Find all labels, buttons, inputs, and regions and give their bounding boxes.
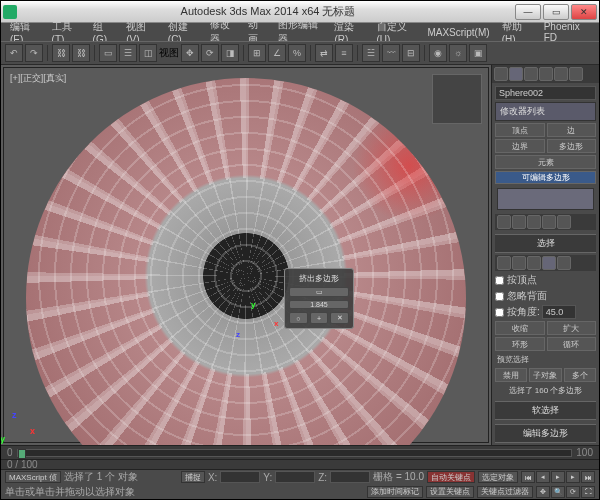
caddy-apply-button[interactable]: + <box>310 312 329 324</box>
align-button[interactable]: ≡ <box>335 44 353 62</box>
preview-multi-button[interactable]: 多个 <box>564 368 596 382</box>
y-coord-field[interactable] <box>275 471 315 483</box>
redo-button[interactable]: ↷ <box>25 44 43 62</box>
mode-border[interactable]: 边界 <box>495 139 545 153</box>
mode-polygon[interactable]: 多边形 <box>547 139 597 153</box>
tab-modify[interactable] <box>509 67 523 81</box>
keyfilter-button[interactable]: 关键点过滤器 <box>477 486 533 498</box>
trackbar[interactable]: 0 / 100 <box>1 459 599 469</box>
move-button[interactable]: ✥ <box>181 44 199 62</box>
modifier-list-dropdown[interactable]: 修改器列表 <box>495 102 596 121</box>
by-angle-checkbox[interactable]: 按角度: <box>495 305 540 319</box>
ignore-backfacing-checkbox[interactable]: 忽略背面 <box>495 289 596 303</box>
nav-pan-icon[interactable]: ✥ <box>536 486 550 498</box>
addtime-button[interactable]: 添加时间标记 <box>367 486 423 498</box>
mode-vertex[interactable]: 顶点 <box>495 123 545 137</box>
mirror-button[interactable]: ⇄ <box>315 44 333 62</box>
playback-controls: ⏮ ◂ ▸ ▸ ⏭ <box>521 471 595 483</box>
goto-end-button[interactable]: ⏭ <box>581 471 595 483</box>
soft-selection-rollout-header[interactable]: 软选择 <box>495 401 596 420</box>
autokey-button[interactable]: 自动关键点 <box>427 471 475 483</box>
object-name-field[interactable] <box>495 86 596 100</box>
stack-pin-icon[interactable] <box>497 215 511 229</box>
select-name-button[interactable]: ☰ <box>119 44 137 62</box>
maximize-button[interactable]: ▭ <box>543 4 569 20</box>
mode-edge[interactable]: 边 <box>547 123 597 137</box>
rotate-button[interactable]: ⟳ <box>201 44 219 62</box>
undo-button[interactable]: ↶ <box>5 44 23 62</box>
timeline-track[interactable] <box>17 449 573 457</box>
edit-polygons-rollout-header[interactable]: 编辑多边形 <box>495 424 596 443</box>
snap-button[interactable]: ⊞ <box>248 44 266 62</box>
material-editor-button[interactable]: ◉ <box>429 44 447 62</box>
subobj-element-icon[interactable] <box>557 256 571 270</box>
by-vertex-checkbox[interactable]: 按顶点 <box>495 273 596 287</box>
tab-create[interactable] <box>494 67 508 81</box>
select-button[interactable]: ▭ <box>99 44 117 62</box>
time-marker[interactable] <box>18 449 26 459</box>
preview-off-button[interactable]: 禁用 <box>495 368 527 382</box>
mode-element[interactable]: 元素 <box>495 155 596 169</box>
layers-button[interactable]: ☱ <box>362 44 380 62</box>
snap-toggle[interactable]: 捕捉 <box>181 471 205 483</box>
viewport-label[interactable]: [+][正交][真实] <box>10 72 66 85</box>
dome-model[interactable] <box>26 78 466 445</box>
selection-filter-dropdown[interactable]: 视图 <box>159 46 179 60</box>
subobj-edge-icon[interactable] <box>512 256 526 270</box>
tab-display[interactable] <box>554 67 568 81</box>
select-region-button[interactable]: ◫ <box>139 44 157 62</box>
nav-zoom-icon[interactable]: 🔍 <box>551 486 565 498</box>
close-button[interactable]: ✕ <box>571 4 597 20</box>
ring-button[interactable]: 环形 <box>495 337 545 351</box>
angle-spinner[interactable] <box>542 305 576 319</box>
preview-subobj-button[interactable]: 子对象 <box>529 368 561 382</box>
time-slider[interactable]: 0 100 <box>1 445 599 459</box>
grow-button[interactable]: 扩大 <box>547 321 597 335</box>
shrink-button[interactable]: 收缩 <box>495 321 545 335</box>
caddy-type-button[interactable]: ▭ <box>289 287 349 297</box>
maxscript-listener-button[interactable]: MAXScript 侦 <box>5 471 61 483</box>
subobj-border-icon[interactable] <box>527 256 541 270</box>
scale-button[interactable]: ◨ <box>221 44 239 62</box>
selection-rollout-header[interactable]: 选择 <box>495 234 596 253</box>
viewcube[interactable] <box>432 74 482 124</box>
goto-start-button[interactable]: ⏮ <box>521 471 535 483</box>
angle-snap-button[interactable]: ∠ <box>268 44 286 62</box>
stack-item-editable-poly[interactable]: 可编辑多边形 <box>495 171 596 184</box>
caddy-ok-button[interactable]: ○ <box>289 312 308 324</box>
app-icon <box>3 5 17 19</box>
render-button[interactable]: ▣ <box>469 44 487 62</box>
caddy-amount-spinner[interactable]: 1.845 <box>289 300 349 309</box>
stack-remove-icon[interactable] <box>542 215 556 229</box>
selected-set-dropdown[interactable]: 选定对象 <box>478 471 518 483</box>
stack-config-icon[interactable] <box>557 215 571 229</box>
loop-button[interactable]: 循环 <box>547 337 597 351</box>
unlink-button[interactable]: ⛓ <box>72 44 90 62</box>
z-coord-field[interactable] <box>330 471 370 483</box>
subobj-polygon-icon[interactable] <box>542 256 556 270</box>
minimize-button[interactable]: — <box>515 4 541 20</box>
menu-maxscript[interactable]: MAXScript(M) <box>422 26 494 39</box>
stack-show-icon[interactable] <box>512 215 526 229</box>
nav-max-icon[interactable]: ⛶ <box>581 486 595 498</box>
percent-snap-button[interactable]: % <box>288 44 306 62</box>
preview-sel-label: 预览选择 <box>495 353 596 366</box>
play-button[interactable]: ▸ <box>551 471 565 483</box>
next-frame-button[interactable]: ▸ <box>566 471 580 483</box>
tab-utilities[interactable] <box>569 67 583 81</box>
stack-area[interactable] <box>497 188 594 210</box>
tab-hierarchy[interactable] <box>524 67 538 81</box>
link-button[interactable]: ⛓ <box>52 44 70 62</box>
render-setup-button[interactable]: ☼ <box>449 44 467 62</box>
tab-motion[interactable] <box>539 67 553 81</box>
curve-editor-button[interactable]: 〰 <box>382 44 400 62</box>
prev-frame-button[interactable]: ◂ <box>536 471 550 483</box>
x-coord-field[interactable] <box>220 471 260 483</box>
setkey-button[interactable]: 设置关键点 <box>426 486 474 498</box>
subobj-vertex-icon[interactable] <box>497 256 511 270</box>
viewport[interactable]: [+][正交][真实] 挤出多边形 ▭ 1.845 ○ + ✕ xyz x <box>3 67 489 443</box>
stack-unique-icon[interactable] <box>527 215 541 229</box>
caddy-cancel-button[interactable]: ✕ <box>330 312 349 324</box>
nav-orbit-icon[interactable]: ⟳ <box>566 486 580 498</box>
schematic-button[interactable]: ⊟ <box>402 44 420 62</box>
